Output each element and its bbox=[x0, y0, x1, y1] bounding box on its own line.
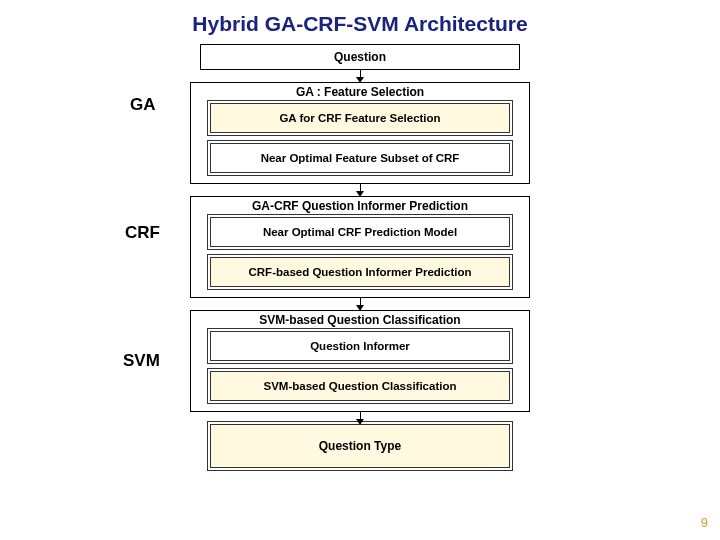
input-box-question: Question bbox=[200, 44, 520, 70]
ga-box-2: Near Optimal Feature Subset of CRF bbox=[210, 143, 510, 173]
page-number: 9 bbox=[701, 515, 708, 530]
stage-crf: GA-CRF Question Informer Prediction Near… bbox=[190, 196, 530, 298]
output-box-question-type: Question Type bbox=[210, 424, 510, 468]
svm-box-1: Question Informer bbox=[210, 331, 510, 361]
arrow-icon bbox=[360, 298, 361, 310]
arrow-icon bbox=[360, 412, 361, 424]
stage-header-svm: SVM-based Question Classification bbox=[191, 313, 529, 327]
stage-header-crf: GA-CRF Question Informer Prediction bbox=[191, 199, 529, 213]
arrow-icon bbox=[360, 70, 361, 82]
crf-box-1: Near Optimal CRF Prediction Model bbox=[210, 217, 510, 247]
ga-box-1: GA for CRF Feature Selection bbox=[210, 103, 510, 133]
stage-header-ga: GA : Feature Selection bbox=[191, 85, 529, 99]
stage-ga: GA : Feature Selection GA for CRF Featur… bbox=[190, 82, 530, 184]
diagram-title: Hybrid GA-CRF-SVM Architecture bbox=[0, 0, 720, 42]
crf-box-2: CRF-based Question Informer Prediction bbox=[210, 257, 510, 287]
svm-box-2: SVM-based Question Classification bbox=[210, 371, 510, 401]
arrow-icon bbox=[360, 184, 361, 196]
stage-svm: SVM-based Question Classification Questi… bbox=[190, 310, 530, 412]
